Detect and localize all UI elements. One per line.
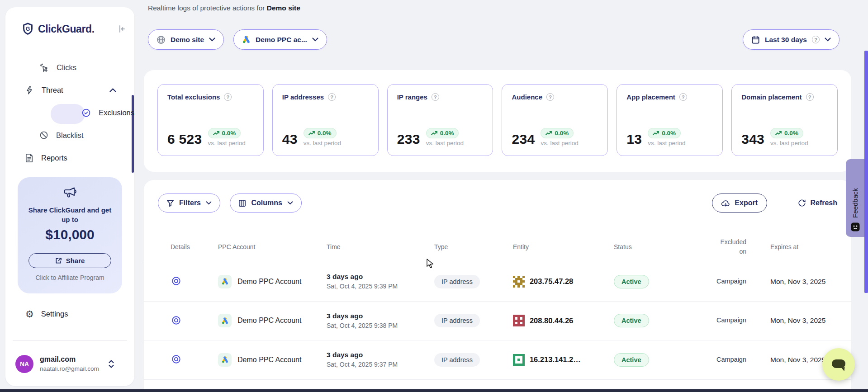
time-relative: 3 days ago [327, 312, 434, 320]
calendar-icon [751, 35, 760, 44]
account-switcher[interactable]: NA gmail.com naatali.ro@gmail.com [15, 354, 126, 375]
sidebar-item-exclusions[interactable]: Exclusions [5, 101, 134, 124]
delta-value: 0.0% [440, 130, 454, 137]
type-badge: IP address [434, 275, 480, 288]
filters-label: Filters [179, 199, 201, 207]
ppc-account-name: Demo PPC Account [237, 356, 301, 364]
help-icon[interactable]: ? [679, 93, 687, 101]
chevron-up-icon [109, 88, 116, 92]
delta-badge: 0.0% [304, 128, 337, 138]
delta-caption: vs. last period [426, 140, 464, 146]
sidebar-collapse-icon[interactable] [117, 24, 126, 33]
help-icon[interactable]: ? [806, 93, 814, 101]
filters-dropdown[interactable]: Filters [158, 194, 220, 213]
delta-badge: 0.0% [208, 128, 241, 138]
selector-row: Demo site Demo PPC ac... [148, 29, 327, 50]
chevrons-up-down-icon [108, 359, 114, 368]
expires-at-value: Mon, Nov 3, 2025 [758, 316, 842, 325]
page-subtitle: Realtime logs of protective actions for … [148, 4, 300, 12]
share-button[interactable]: Share [28, 253, 111, 268]
delta-caption: vs. last period [304, 140, 341, 146]
refresh-icon [798, 199, 806, 207]
feedback-label: Feedback [851, 188, 859, 218]
details-eye-button[interactable] [171, 354, 183, 365]
trend-up-icon [308, 131, 315, 136]
chat-widget-button[interactable] [822, 348, 855, 381]
help-icon[interactable]: ? [812, 36, 820, 43]
chat-bubble-icon [830, 356, 848, 373]
trend-up-icon [653, 131, 659, 136]
time-absolute: Sat, Oct 4, 2025 9:39 PM [327, 283, 434, 290]
sidebar-item-clicks[interactable]: Clicks [5, 56, 134, 79]
trend-up-icon [545, 131, 552, 136]
globe-icon [157, 35, 166, 44]
refresh-button[interactable]: Refresh [798, 194, 837, 213]
sidebar-item-threat[interactable]: Threat [5, 79, 134, 101]
ppc-account-selector-dropdown[interactable]: Demo PPC ac... [233, 29, 327, 50]
subtitle-text: Realtime logs of protective actions for [148, 4, 267, 12]
affiliate-promo-card[interactable]: Share ClickGuard and get up to $10,000 S… [18, 177, 122, 293]
help-icon[interactable]: ? [328, 93, 336, 101]
stat-title: App placement [626, 93, 675, 101]
delta-badge: 0.0% [648, 128, 681, 138]
export-button[interactable]: Export [712, 194, 767, 213]
help-icon[interactable]: ? [546, 93, 554, 101]
columns-icon [238, 199, 246, 207]
user-name: gmail.com [40, 355, 76, 364]
site-selector-value: Demo site [171, 36, 204, 44]
details-eye-button[interactable] [171, 275, 183, 287]
external-link-icon [55, 257, 62, 264]
stat-value: 234 [512, 132, 535, 147]
stat-title: Total exclusions [167, 93, 220, 101]
table-row[interactable]: Demo PPC Account 3 days agoSat, Oct 4, 2… [144, 340, 851, 379]
stat-card-audience: Audience? 234 0.0% vs. last period [502, 84, 608, 156]
col-header-expires-at: Expires at [758, 243, 842, 250]
sidebar-item-settings[interactable]: ⚙ Settings [25, 309, 68, 319]
delta-value: 0.0% [555, 130, 569, 137]
trend-up-icon [213, 131, 219, 136]
window-bottom-edge [0, 389, 868, 392]
delta-badge: 0.0% [426, 128, 459, 138]
entity-value: 16.213.141.2… [530, 355, 581, 364]
chevron-down-icon [312, 38, 318, 42]
table-header-row: Details PPC Account Time Type Entity Sta… [144, 232, 851, 262]
col-header-type: Type [434, 243, 513, 250]
sidebar-scrollbar[interactable] [132, 95, 134, 173]
affiliate-link[interactable]: Click to Affiliate Program [18, 274, 122, 281]
help-icon[interactable]: ? [224, 93, 232, 101]
col-header-status: Status [614, 243, 715, 250]
details-eye-button[interactable] [171, 315, 183, 326]
delta-badge: 0.0% [770, 128, 803, 138]
date-range-dropdown[interactable]: Last 30 days ? [743, 29, 840, 50]
stat-cards: Total exclusions? 6 523 0.0% vs. last pe… [157, 84, 838, 156]
page-scrollbar[interactable] [864, 51, 868, 293]
stat-card-app-placement: App placement? 13 0.0% vs. last period [617, 84, 723, 156]
ip-identicon [513, 354, 525, 366]
delta-caption: vs. last period [648, 140, 685, 146]
table-row[interactable]: Demo PPC Account 3 days agoSat, Oct 4, 2… [144, 262, 851, 301]
ip-identicon [513, 315, 525, 326]
table-row[interactable]: Demo PPC Account 3 days agoSat, Oct 4, 2… [144, 301, 851, 340]
sidebar-item-blacklist[interactable]: Blacklist [5, 124, 134, 146]
columns-dropdown[interactable]: Columns [230, 194, 301, 213]
type-badge: IP address [434, 314, 480, 327]
cursor-click-icon [39, 63, 49, 72]
help-icon[interactable]: ? [432, 93, 439, 101]
subtitle-site-name: Demo site [267, 4, 300, 12]
stat-value: 233 [397, 132, 420, 147]
feedback-tab[interactable]: Feedback [846, 159, 864, 237]
col-header-time: Time [327, 243, 434, 250]
avatar: NA [15, 355, 33, 373]
funnel-icon [166, 199, 174, 207]
sidebar-item-label: Blacklist [56, 131, 84, 140]
ban-icon [39, 131, 48, 140]
site-selector-dropdown[interactable]: Demo site [148, 29, 224, 50]
app-root: G ClickGuard. Clicks Threat [0, 0, 868, 392]
type-badge: IP address [434, 353, 480, 367]
delta-value: 0.0% [318, 130, 332, 137]
columns-label: Columns [251, 199, 282, 207]
sidebar-item-reports[interactable]: Reports [5, 146, 134, 169]
ppc-account-name: Demo PPC Account [237, 278, 301, 286]
trend-up-icon [431, 131, 437, 136]
table-toolbar: Filters Columns Export Refresh [158, 194, 837, 213]
